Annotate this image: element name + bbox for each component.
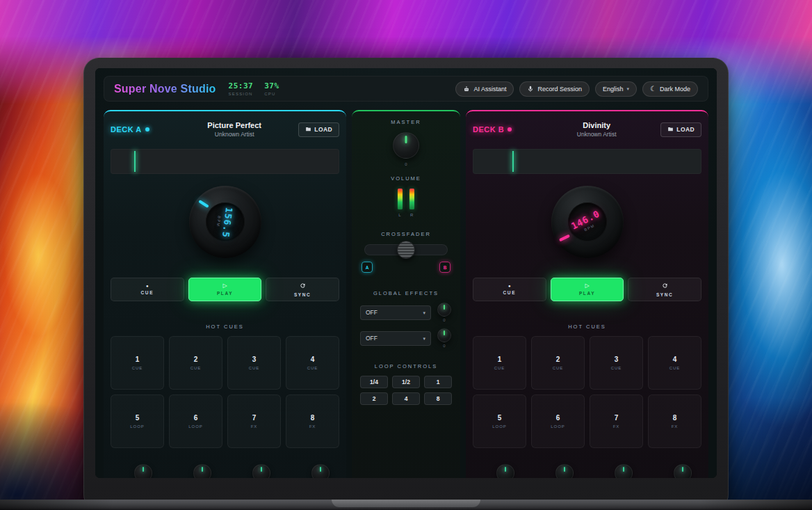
ai-assistant-label: AI Assistant [473, 86, 506, 93]
deck-b-sync-button[interactable]: SYNC [628, 278, 701, 301]
deck-a-pad-4[interactable]: 4CUE [286, 336, 339, 390]
effect-2-amount-knob[interactable] [437, 328, 451, 342]
deck-a-eq-knob-2[interactable] [193, 464, 211, 478]
deck-a-status-dot [145, 127, 149, 132]
play-icon: ▷ [222, 283, 227, 289]
deck-a-playhead [134, 151, 136, 172]
deck-b-waveform[interactable] [473, 149, 701, 174]
assign-deck-b-button[interactable]: B [439, 262, 450, 273]
deck-a-jog-marker [198, 200, 209, 208]
cpu-usage: 37% CPU [264, 81, 279, 96]
deck-a-load-button[interactable]: LOAD [298, 122, 339, 137]
deck-b-eq-knob-2[interactable] [555, 464, 574, 478]
deck-b-cue-button[interactable]: ● CUE [473, 278, 546, 301]
deck-a-name: DECK A [111, 125, 142, 134]
deck-b-pad-8[interactable]: 8FX [648, 395, 701, 448]
deck-a-waveform[interactable] [111, 149, 339, 174]
deck-b-pad-6[interactable]: 6LOOP [531, 395, 585, 448]
session-timer: 25:37 SESSION [229, 81, 254, 96]
header-actions: AI Assistant Record Session English ▾ ☾ … [455, 81, 698, 97]
deck-a-eq-knob-1[interactable] [134, 464, 152, 478]
effect-2-select[interactable]: OFF ▾ [360, 331, 431, 346]
record-session-label: Record Session [537, 86, 582, 93]
microphone-icon [527, 86, 534, 93]
effect-2-knob-wrap: 0 [437, 328, 452, 348]
loop-2-button[interactable]: 2 [360, 392, 388, 405]
deck-a-pad-1[interactable]: 1CUE [111, 336, 164, 390]
mixer-panel: MASTER 0 VOLUME L R CROSSFADER [352, 110, 460, 478]
cpu-usage-value: 37% [264, 81, 279, 90]
deck-b-pad-2[interactable]: 2CUE [531, 336, 585, 390]
deck-b-status-dot [508, 127, 512, 132]
deck-a-hot-cue-pads: 1CUE 2CUE 3CUE 4CUE 5LOOP 6LOOP 7FX 8FX [111, 336, 339, 448]
deck-b-pad-7[interactable]: 7FX [590, 395, 643, 448]
effect-1-select[interactable]: OFF ▾ [360, 305, 431, 320]
deck-a-eq-knob-4[interactable] [311, 464, 330, 478]
deck-a-play-button[interactable]: ▷ PLAY [188, 278, 262, 301]
deck-a-eq-knob-3[interactable] [252, 464, 270, 478]
loop-8-button[interactable]: 8 [424, 392, 452, 405]
ai-assistant-button[interactable]: AI Assistant [455, 81, 514, 97]
loop-4-button[interactable]: 4 [392, 392, 420, 405]
master-knob-value: 0 [360, 162, 452, 166]
deck-b-pad-4[interactable]: 4CUE [648, 336, 701, 390]
sync-arrows-icon [300, 282, 306, 290]
play-icon: ▷ [585, 283, 589, 289]
deck-a-bpm-value: 156.5 [220, 207, 234, 239]
deck-b-eq-knob-1[interactable] [496, 464, 514, 478]
main-layout: DECK A Picture Perfect Unknown Artist LO… [104, 110, 708, 478]
deck-a-pad-8[interactable]: 8FX [286, 395, 339, 448]
deck-a-jog-wheel[interactable]: 156.5 BPM [189, 186, 261, 258]
master-label: MASTER [360, 119, 452, 125]
deck-b-pad-3[interactable]: 3CUE [590, 336, 643, 390]
chevron-down-icon: ▾ [423, 310, 425, 315]
assign-deck-a-button[interactable]: A [362, 262, 373, 273]
folder-icon [305, 126, 311, 134]
volume-meter-left [398, 189, 403, 209]
deck-a-cue-button[interactable]: ● CUE [111, 278, 184, 301]
deck-b-pad-5[interactable]: 5LOOP [473, 395, 526, 448]
deck-b-jog-wheel[interactable]: 146.0 BPM [551, 186, 624, 258]
deck-a-pad-5[interactable]: 5LOOP [111, 395, 164, 448]
deck-a-sync-button[interactable]: SYNC [266, 278, 339, 301]
dark-mode-button[interactable]: ☾ Dark Mode [642, 81, 698, 97]
app-logo: Super Nove Studio [114, 83, 216, 95]
record-session-button[interactable]: Record Session [519, 81, 590, 97]
deck-b-hot-cue-pads: 1CUE 2CUE 3CUE 4CUE 5LOOP 6LOOP 7FX 8FX [473, 336, 701, 448]
deck-b-hot-cues-title: HOT CUES [473, 324, 701, 330]
cpu-usage-label: CPU [264, 92, 279, 96]
deck-a-pad-2[interactable]: 2CUE [169, 336, 222, 390]
deck-a-track-artist: Unknown Artist [170, 131, 298, 138]
deck-b-play-button[interactable]: ▷ PLAY [551, 278, 624, 301]
robot-icon [463, 86, 470, 93]
master-volume-knob[interactable] [393, 132, 419, 159]
deck-b-transport: ● CUE ▷ PLAY SYNC [473, 278, 701, 301]
loop-controls-label: LOOP CONTROLS [360, 363, 452, 369]
deck-a-bpm-rotor: 156.5 BPM [215, 206, 234, 239]
deck-b-header: DECK B Divinity Unknown Artist LOAD [473, 118, 701, 141]
deck-a-bpm-display: 156.5 BPM [206, 202, 245, 241]
deck-b-pad-1[interactable]: 1CUE [473, 336, 526, 390]
deck-a-pad-3[interactable]: 3CUE [227, 336, 281, 390]
volume-meter-right [409, 189, 414, 209]
deck-a-pad-7[interactable]: 7FX [227, 395, 281, 448]
crossfader-track[interactable] [364, 244, 448, 255]
deck-a-pad-6[interactable]: 6LOOP [169, 395, 222, 448]
deck-b-name: DECK B [473, 125, 504, 134]
language-select[interactable]: English ▾ [595, 81, 637, 97]
language-select-value: English [603, 86, 624, 93]
deck-b-eq-knob-3[interactable] [615, 464, 633, 478]
effect-slot-1: OFF ▾ 0 [360, 303, 452, 322]
deck-a-track-info: Picture Perfect Unknown Artist [170, 121, 298, 138]
effect-1-amount-knob[interactable] [437, 303, 451, 317]
laptop-base [0, 500, 812, 510]
deck-a-id: DECK A [111, 125, 170, 134]
deck-b-eq-knob-4[interactable] [674, 464, 692, 478]
crossfader-label: CROSSFADER [360, 231, 452, 237]
crossfader-handle[interactable] [397, 241, 415, 259]
loop-1-button[interactable]: 1 [424, 376, 452, 388]
deck-b-load-button[interactable]: LOAD [660, 122, 701, 137]
loop-quarter-button[interactable]: 1/4 [360, 376, 388, 388]
deck-b-jog-marker [558, 234, 569, 242]
loop-half-button[interactable]: 1/2 [392, 376, 420, 388]
